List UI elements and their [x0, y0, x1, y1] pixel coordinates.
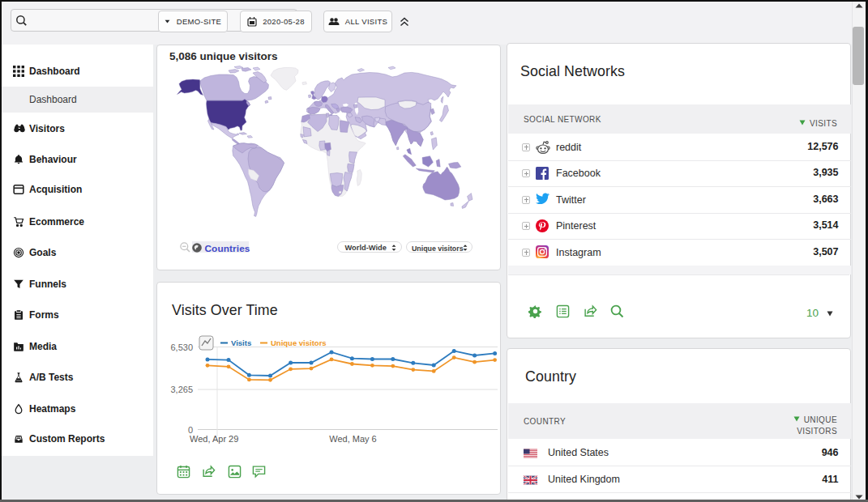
svg-text:Visits: Visits: [231, 338, 251, 347]
svg-text:6,530: 6,530: [170, 342, 193, 352]
svg-text:Wed, Apr 29: Wed, Apr 29: [190, 434, 238, 444]
svg-text:Wed, May 6: Wed, May 6: [329, 434, 377, 444]
svg-text:Unique visitors: Unique visitors: [271, 338, 327, 347]
svg-text:3,265: 3,265: [170, 385, 193, 394]
